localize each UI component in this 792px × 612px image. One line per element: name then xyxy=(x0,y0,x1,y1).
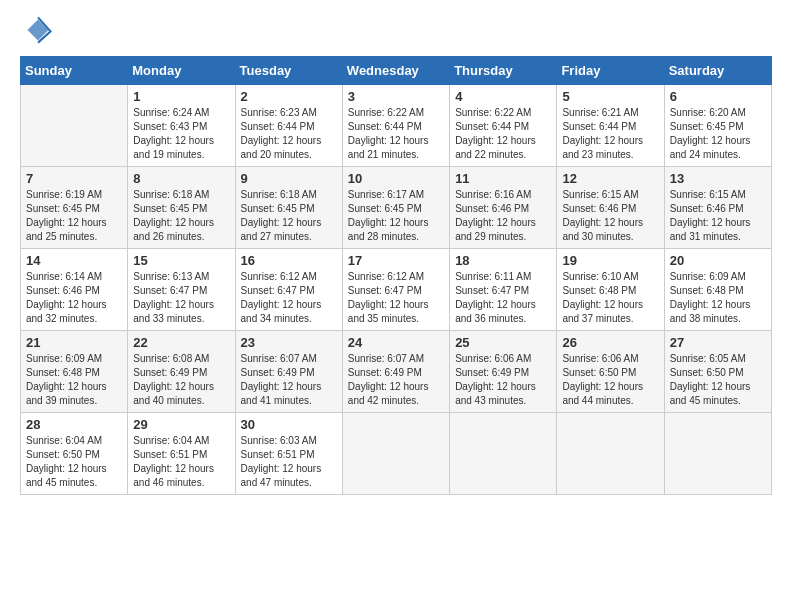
day-number: 17 xyxy=(348,253,444,268)
calendar-cell xyxy=(664,413,771,495)
calendar-cell xyxy=(342,413,449,495)
day-number: 14 xyxy=(26,253,122,268)
week-row-4: 28Sunrise: 6:04 AM Sunset: 6:50 PM Dayli… xyxy=(21,413,772,495)
day-info: Sunrise: 6:22 AM Sunset: 6:44 PM Dayligh… xyxy=(348,106,444,162)
header xyxy=(20,16,772,44)
day-number: 5 xyxy=(562,89,658,104)
day-number: 20 xyxy=(670,253,766,268)
calendar-cell: 26Sunrise: 6:06 AM Sunset: 6:50 PM Dayli… xyxy=(557,331,664,413)
day-number: 3 xyxy=(348,89,444,104)
day-number: 12 xyxy=(562,171,658,186)
calendar-cell: 22Sunrise: 6:08 AM Sunset: 6:49 PM Dayli… xyxy=(128,331,235,413)
day-info: Sunrise: 6:18 AM Sunset: 6:45 PM Dayligh… xyxy=(133,188,229,244)
header-wednesday: Wednesday xyxy=(342,57,449,85)
page: SundayMondayTuesdayWednesdayThursdayFrid… xyxy=(0,0,792,612)
calendar-cell: 27Sunrise: 6:05 AM Sunset: 6:50 PM Dayli… xyxy=(664,331,771,413)
calendar-cell: 20Sunrise: 6:09 AM Sunset: 6:48 PM Dayli… xyxy=(664,249,771,331)
calendar-cell: 2Sunrise: 6:23 AM Sunset: 6:44 PM Daylig… xyxy=(235,85,342,167)
logo xyxy=(20,16,52,44)
calendar-cell: 6Sunrise: 6:20 AM Sunset: 6:45 PM Daylig… xyxy=(664,85,771,167)
day-info: Sunrise: 6:24 AM Sunset: 6:43 PM Dayligh… xyxy=(133,106,229,162)
day-number: 1 xyxy=(133,89,229,104)
day-number: 6 xyxy=(670,89,766,104)
day-info: Sunrise: 6:15 AM Sunset: 6:46 PM Dayligh… xyxy=(562,188,658,244)
day-info: Sunrise: 6:16 AM Sunset: 6:46 PM Dayligh… xyxy=(455,188,551,244)
day-info: Sunrise: 6:17 AM Sunset: 6:45 PM Dayligh… xyxy=(348,188,444,244)
calendar-header-row: SundayMondayTuesdayWednesdayThursdayFrid… xyxy=(21,57,772,85)
day-number: 11 xyxy=(455,171,551,186)
calendar-cell: 11Sunrise: 6:16 AM Sunset: 6:46 PM Dayli… xyxy=(450,167,557,249)
week-row-1: 7Sunrise: 6:19 AM Sunset: 6:45 PM Daylig… xyxy=(21,167,772,249)
calendar-cell: 17Sunrise: 6:12 AM Sunset: 6:47 PM Dayli… xyxy=(342,249,449,331)
day-number: 19 xyxy=(562,253,658,268)
day-info: Sunrise: 6:21 AM Sunset: 6:44 PM Dayligh… xyxy=(562,106,658,162)
day-number: 4 xyxy=(455,89,551,104)
calendar-cell: 5Sunrise: 6:21 AM Sunset: 6:44 PM Daylig… xyxy=(557,85,664,167)
header-saturday: Saturday xyxy=(664,57,771,85)
logo-icon xyxy=(24,16,52,44)
day-info: Sunrise: 6:10 AM Sunset: 6:48 PM Dayligh… xyxy=(562,270,658,326)
calendar-table: SundayMondayTuesdayWednesdayThursdayFrid… xyxy=(20,56,772,495)
day-number: 26 xyxy=(562,335,658,350)
header-sunday: Sunday xyxy=(21,57,128,85)
day-info: Sunrise: 6:12 AM Sunset: 6:47 PM Dayligh… xyxy=(241,270,337,326)
day-info: Sunrise: 6:18 AM Sunset: 6:45 PM Dayligh… xyxy=(241,188,337,244)
day-info: Sunrise: 6:07 AM Sunset: 6:49 PM Dayligh… xyxy=(348,352,444,408)
day-info: Sunrise: 6:19 AM Sunset: 6:45 PM Dayligh… xyxy=(26,188,122,244)
week-row-2: 14Sunrise: 6:14 AM Sunset: 6:46 PM Dayli… xyxy=(21,249,772,331)
day-info: Sunrise: 6:05 AM Sunset: 6:50 PM Dayligh… xyxy=(670,352,766,408)
calendar-cell: 30Sunrise: 6:03 AM Sunset: 6:51 PM Dayli… xyxy=(235,413,342,495)
header-monday: Monday xyxy=(128,57,235,85)
day-number: 2 xyxy=(241,89,337,104)
calendar-cell: 12Sunrise: 6:15 AM Sunset: 6:46 PM Dayli… xyxy=(557,167,664,249)
calendar-cell: 7Sunrise: 6:19 AM Sunset: 6:45 PM Daylig… xyxy=(21,167,128,249)
day-number: 22 xyxy=(133,335,229,350)
calendar-cell: 8Sunrise: 6:18 AM Sunset: 6:45 PM Daylig… xyxy=(128,167,235,249)
day-number: 9 xyxy=(241,171,337,186)
day-number: 30 xyxy=(241,417,337,432)
day-info: Sunrise: 6:09 AM Sunset: 6:48 PM Dayligh… xyxy=(26,352,122,408)
calendar-cell: 24Sunrise: 6:07 AM Sunset: 6:49 PM Dayli… xyxy=(342,331,449,413)
day-number: 21 xyxy=(26,335,122,350)
calendar-cell: 10Sunrise: 6:17 AM Sunset: 6:45 PM Dayli… xyxy=(342,167,449,249)
day-info: Sunrise: 6:22 AM Sunset: 6:44 PM Dayligh… xyxy=(455,106,551,162)
day-info: Sunrise: 6:20 AM Sunset: 6:45 PM Dayligh… xyxy=(670,106,766,162)
calendar-cell: 3Sunrise: 6:22 AM Sunset: 6:44 PM Daylig… xyxy=(342,85,449,167)
calendar-cell: 21Sunrise: 6:09 AM Sunset: 6:48 PM Dayli… xyxy=(21,331,128,413)
calendar-cell: 9Sunrise: 6:18 AM Sunset: 6:45 PM Daylig… xyxy=(235,167,342,249)
day-info: Sunrise: 6:23 AM Sunset: 6:44 PM Dayligh… xyxy=(241,106,337,162)
header-tuesday: Tuesday xyxy=(235,57,342,85)
day-info: Sunrise: 6:13 AM Sunset: 6:47 PM Dayligh… xyxy=(133,270,229,326)
week-row-0: 1Sunrise: 6:24 AM Sunset: 6:43 PM Daylig… xyxy=(21,85,772,167)
day-number: 16 xyxy=(241,253,337,268)
calendar-cell: 16Sunrise: 6:12 AM Sunset: 6:47 PM Dayli… xyxy=(235,249,342,331)
calendar-cell: 13Sunrise: 6:15 AM Sunset: 6:46 PM Dayli… xyxy=(664,167,771,249)
day-info: Sunrise: 6:04 AM Sunset: 6:51 PM Dayligh… xyxy=(133,434,229,490)
calendar-cell: 1Sunrise: 6:24 AM Sunset: 6:43 PM Daylig… xyxy=(128,85,235,167)
calendar-cell: 19Sunrise: 6:10 AM Sunset: 6:48 PM Dayli… xyxy=(557,249,664,331)
day-info: Sunrise: 6:11 AM Sunset: 6:47 PM Dayligh… xyxy=(455,270,551,326)
day-info: Sunrise: 6:04 AM Sunset: 6:50 PM Dayligh… xyxy=(26,434,122,490)
calendar-cell xyxy=(450,413,557,495)
day-info: Sunrise: 6:03 AM Sunset: 6:51 PM Dayligh… xyxy=(241,434,337,490)
calendar-cell: 15Sunrise: 6:13 AM Sunset: 6:47 PM Dayli… xyxy=(128,249,235,331)
week-row-3: 21Sunrise: 6:09 AM Sunset: 6:48 PM Dayli… xyxy=(21,331,772,413)
calendar-cell: 18Sunrise: 6:11 AM Sunset: 6:47 PM Dayli… xyxy=(450,249,557,331)
calendar-cell xyxy=(557,413,664,495)
day-number: 10 xyxy=(348,171,444,186)
header-thursday: Thursday xyxy=(450,57,557,85)
day-info: Sunrise: 6:12 AM Sunset: 6:47 PM Dayligh… xyxy=(348,270,444,326)
day-info: Sunrise: 6:07 AM Sunset: 6:49 PM Dayligh… xyxy=(241,352,337,408)
day-number: 27 xyxy=(670,335,766,350)
day-number: 18 xyxy=(455,253,551,268)
day-info: Sunrise: 6:15 AM Sunset: 6:46 PM Dayligh… xyxy=(670,188,766,244)
calendar-cell: 25Sunrise: 6:06 AM Sunset: 6:49 PM Dayli… xyxy=(450,331,557,413)
calendar-cell: 4Sunrise: 6:22 AM Sunset: 6:44 PM Daylig… xyxy=(450,85,557,167)
calendar-cell: 14Sunrise: 6:14 AM Sunset: 6:46 PM Dayli… xyxy=(21,249,128,331)
day-number: 25 xyxy=(455,335,551,350)
day-number: 23 xyxy=(241,335,337,350)
calendar-cell: 23Sunrise: 6:07 AM Sunset: 6:49 PM Dayli… xyxy=(235,331,342,413)
calendar-cell: 29Sunrise: 6:04 AM Sunset: 6:51 PM Dayli… xyxy=(128,413,235,495)
day-info: Sunrise: 6:14 AM Sunset: 6:46 PM Dayligh… xyxy=(26,270,122,326)
day-number: 13 xyxy=(670,171,766,186)
